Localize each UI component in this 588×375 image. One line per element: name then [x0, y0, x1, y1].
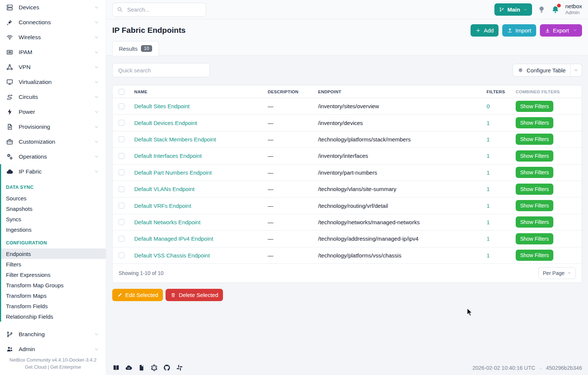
sidebar-item-label: Power: [19, 109, 94, 115]
search-input[interactable]: [126, 6, 202, 13]
filters-count-link[interactable]: 1: [487, 169, 490, 176]
row-checkbox[interactable]: [119, 120, 125, 126]
sidebar-item[interactable]: IPAM: [0, 45, 106, 60]
row-checkbox[interactable]: [119, 236, 125, 242]
configure-table-button[interactable]: Configure Table: [513, 64, 570, 76]
endpoint-name-link[interactable]: Default VSS Chassis Endpoint: [134, 252, 210, 259]
sidebar-item[interactable]: VPN: [0, 60, 106, 75]
show-filters-button[interactable]: Show Filters: [516, 101, 553, 112]
endpoint-name-link[interactable]: Default Managed IPv4 Endpoint: [134, 235, 213, 242]
filters-count-link[interactable]: 1: [487, 252, 490, 259]
filters-count-link[interactable]: 1: [487, 203, 490, 209]
show-filters-button[interactable]: Show Filters: [516, 134, 553, 145]
row-checkbox[interactable]: [119, 153, 125, 159]
delete-selected-button[interactable]: Delete Selected: [166, 289, 223, 301]
sidebar-item-label: IPAM: [19, 49, 94, 56]
sidebar-subitem[interactable]: Snapshots: [1, 203, 106, 214]
filters-count-link[interactable]: 1: [487, 219, 490, 225]
row-checkbox[interactable]: [119, 136, 125, 142]
endpoint-name-link[interactable]: Default VRFs Endpoint: [134, 203, 191, 209]
sidebar-subitem[interactable]: Filters: [1, 259, 106, 269]
row-checkbox[interactable]: [119, 169, 125, 175]
tab-results[interactable]: Results 10: [112, 41, 159, 56]
quick-search-input[interactable]: [117, 67, 205, 74]
sidebar-item[interactable]: Devices: [0, 0, 106, 15]
filters-count-link[interactable]: 1: [487, 120, 490, 126]
sidebar-subitem[interactable]: Transform Maps: [1, 290, 106, 301]
sidebar-item[interactable]: Admin: [0, 342, 106, 357]
sidebar-item[interactable]: Wireless: [0, 30, 106, 45]
show-filters-button[interactable]: Show Filters: [516, 117, 553, 128]
github-icon[interactable]: [163, 364, 171, 372]
table-row: Default VRFs Endpoint — /technology/rout…: [113, 197, 582, 214]
global-search[interactable]: [112, 3, 206, 17]
sidebar-item[interactable]: Branching: [0, 327, 106, 342]
sidebar-subitem[interactable]: Ingestions: [1, 224, 106, 235]
sidebar-item[interactable]: Circuits: [0, 90, 106, 104]
filters-count-link[interactable]: 0: [487, 103, 490, 109]
theme-toggle-button[interactable]: [538, 6, 545, 13]
filters-count-link[interactable]: 1: [487, 153, 490, 159]
column-header-endpoint[interactable]: ENDPOINT: [314, 85, 483, 98]
endpoint-name-link[interactable]: Default Devices Endpoint: [134, 120, 197, 126]
filters-count-link[interactable]: 1: [487, 136, 490, 143]
endpoint-name-link[interactable]: Default Stack Members Endpoint: [134, 136, 216, 143]
column-header-filters[interactable]: FILTERS: [483, 85, 512, 98]
endpoint-name-link[interactable]: Default Sites Endpoint: [134, 103, 189, 109]
notifications-button[interactable]: [551, 5, 560, 14]
sidebar-subitem[interactable]: Syncs: [1, 214, 106, 224]
sidebar-subitem[interactable]: Filter Expressions: [1, 269, 106, 280]
get-enterprise-link[interactable]: Get Enterprise: [50, 364, 81, 370]
column-header-name[interactable]: NAME: [131, 85, 264, 98]
sidebar-subitem[interactable]: Transform Fields: [1, 301, 106, 311]
sidebar-item[interactable]: Provisioning: [0, 119, 106, 134]
import-button[interactable]: Import: [502, 24, 536, 37]
filters-count-link[interactable]: 1: [487, 235, 490, 242]
configure-table-dropdown[interactable]: [570, 64, 582, 76]
show-filters-button[interactable]: Show Filters: [516, 184, 553, 195]
sidebar-subitem[interactable]: Relationship Fields: [1, 311, 106, 322]
endpoint-name-link[interactable]: Default Part Numbers Endpoint: [134, 169, 212, 176]
get-cloud-link[interactable]: Get Cloud: [25, 364, 47, 370]
row-checkbox[interactable]: [119, 103, 125, 109]
show-filters-button[interactable]: Show Filters: [516, 216, 553, 228]
branch-selector-button[interactable]: Main: [494, 3, 532, 16]
sidebar-subitem[interactable]: Transform Map Groups: [1, 280, 106, 290]
per-page-dropdown[interactable]: Per Page: [538, 267, 576, 279]
filters-count-link[interactable]: 1: [487, 186, 490, 192]
graphql-icon[interactable]: [150, 364, 158, 372]
endpoint-name-link[interactable]: Default Interfaces Endpoint: [134, 153, 202, 159]
slack-icon[interactable]: [176, 364, 183, 372]
endpoint-name-link[interactable]: Default Networks Endpoint: [134, 219, 201, 225]
export-button[interactable]: Export: [540, 24, 582, 37]
show-filters-button[interactable]: Show Filters: [516, 200, 553, 211]
sidebar-item[interactable]: Virtualization: [0, 75, 106, 90]
quick-search[interactable]: [112, 63, 210, 77]
row-checkbox[interactable]: [119, 219, 125, 225]
show-filters-button[interactable]: Show Filters: [516, 250, 553, 261]
show-filters-button[interactable]: Show Filters: [516, 167, 553, 178]
book-icon[interactable]: [112, 364, 120, 372]
select-all-checkbox[interactable]: [119, 89, 125, 95]
column-header-description[interactable]: DESCRIPTION: [264, 85, 314, 98]
chevron-down-icon: [94, 50, 99, 55]
sidebar-item[interactable]: Power: [0, 104, 106, 119]
edit-selected-button[interactable]: Edit Selected: [112, 289, 163, 301]
user-menu[interactable]: netbox Admin: [565, 3, 582, 16]
row-checkbox[interactable]: [119, 203, 125, 209]
cloud-code-icon[interactable]: [125, 364, 133, 372]
sidebar-subitem[interactable]: Sources: [1, 193, 106, 203]
add-button[interactable]: Add: [471, 24, 499, 37]
sidebar-item[interactable]: Operations: [0, 149, 106, 164]
row-checkbox[interactable]: [119, 252, 125, 258]
show-filters-button[interactable]: Show Filters: [516, 233, 553, 244]
sidebar-item[interactable]: Customization: [0, 134, 106, 149]
sidebar-item[interactable]: Connections: [0, 15, 106, 30]
row-checkbox[interactable]: [119, 186, 125, 192]
journal-icon[interactable]: [138, 364, 145, 372]
show-filters-button[interactable]: Show Filters: [516, 150, 553, 162]
tab-bar: Results 10: [112, 41, 582, 55]
sidebar-item-ip-fabric[interactable]: IP Fabric: [1, 164, 106, 179]
endpoint-name-link[interactable]: Default VLANs Endpoint: [134, 186, 195, 192]
sidebar-subitem[interactable]: Endpoints: [1, 249, 106, 259]
